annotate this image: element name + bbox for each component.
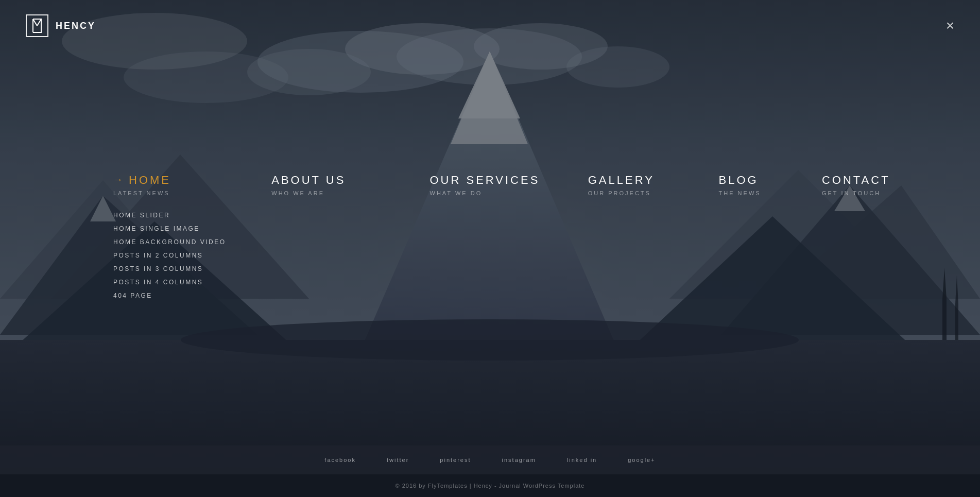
footer: facebook twitter pinterest instagram lin… (0, 445, 980, 497)
nav-gallery-link[interactable]: GALLERY (588, 173, 698, 186)
social-bar: facebook twitter pinterest instagram lin… (0, 445, 980, 474)
nav-col-blog: BLOG THE NEWS (709, 173, 812, 211)
nav-blog-subtitle: THE NEWS (719, 190, 801, 196)
nav-blog-link[interactable]: BLOG (719, 173, 801, 186)
nav-gallery-title: GALLERY (588, 173, 655, 186)
logo[interactable]: HENCY (26, 14, 96, 37)
social-pinterest[interactable]: pinterest (440, 457, 471, 463)
nav-contact-subtitle: GET IN TOUCH (822, 190, 918, 196)
subnav-home-slider[interactable]: HOME SLIDER (113, 211, 251, 218)
nav-col-home: → HOME LATEST NEWS HOME SLIDER HOME SING… (103, 173, 261, 299)
svg-line-29 (33, 19, 37, 26)
nav-col-gallery: GALLERY OUR PROJECTS (578, 173, 709, 211)
social-twitter[interactable]: twitter (387, 457, 409, 463)
subnav-posts-4col[interactable]: POSTS IN 4 COLUMNS (113, 278, 251, 285)
subnav-home-video[interactable]: HOME BACKGROUND VIDEO (113, 238, 251, 245)
subnav-posts-3col[interactable]: POSTS IN 3 COLUMNS (113, 265, 251, 272)
navigation: → HOME LATEST NEWS HOME SLIDER HOME SING… (103, 173, 929, 299)
nav-contact-title: CONTACT (822, 173, 890, 186)
nav-services-title: OUR SERVICES (430, 173, 540, 186)
nav-home-title: HOME (129, 173, 171, 186)
nav-blog-title: BLOG (719, 173, 759, 186)
page-background: HENCY × → HOME LATEST NEWS HOME SLIDER H… (0, 0, 980, 497)
nav-col-contact: CONTACT GET IN TOUCH (812, 173, 929, 211)
social-instagram[interactable]: instagram (502, 457, 536, 463)
nav-col-services: OUR SERVICES WHAT WE DO (420, 173, 578, 211)
subnav-404[interactable]: 404 PAGE (113, 292, 251, 299)
header: HENCY × (0, 0, 980, 52)
subnav-posts-2col[interactable]: POSTS IN 2 COLUMNS (113, 251, 251, 259)
social-facebook[interactable]: facebook (324, 457, 356, 463)
nav-about-link[interactable]: ABOUT US (271, 173, 409, 186)
nav-services-subtitle: WHAT WE DO (430, 190, 568, 196)
nav-home-subtitle: LATEST NEWS (113, 190, 251, 196)
svg-line-30 (37, 19, 41, 26)
logo-icon (26, 14, 48, 37)
nav-about-subtitle: WHO WE ARE (271, 190, 409, 196)
nav-gallery-subtitle: OUR PROJECTS (588, 190, 698, 196)
nav-services-link[interactable]: OUR SERVICES (430, 173, 568, 186)
social-linkedin[interactable]: linked in (567, 457, 597, 463)
nav-home-link[interactable]: → HOME (113, 173, 251, 186)
social-googleplus[interactable]: google+ (628, 457, 655, 463)
nav-arrow-icon: → (113, 175, 123, 185)
nav-home-subitems: HOME SLIDER HOME SINGLE IMAGE HOME BACKG… (113, 211, 251, 299)
copyright: © 2016 by FlyTemplates | Hency - Journal… (0, 474, 980, 497)
logo-svg (30, 17, 44, 35)
nav-about-title: ABOUT US (271, 173, 346, 186)
nav-col-about: ABOUT US WHO WE ARE (261, 173, 419, 211)
close-button[interactable]: × (946, 19, 954, 33)
subnav-home-single[interactable]: HOME SINGLE IMAGE (113, 225, 251, 232)
logo-text: HENCY (56, 21, 96, 31)
nav-contact-link[interactable]: CONTACT (822, 173, 918, 186)
